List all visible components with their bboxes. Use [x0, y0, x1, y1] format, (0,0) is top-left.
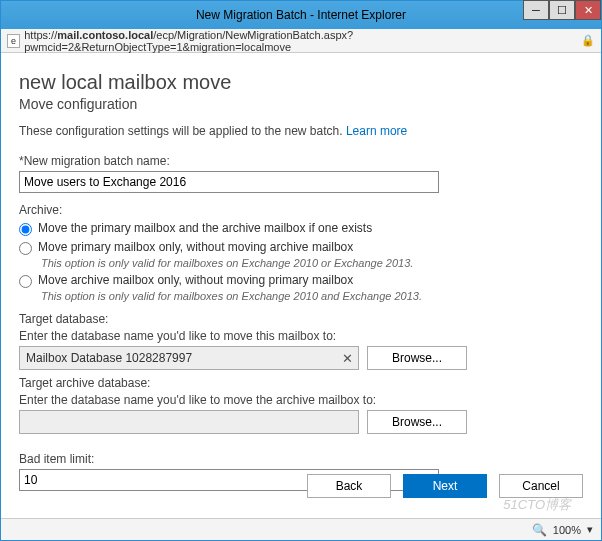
url-text: https://mail.contoso.local/ecp/Migration…: [24, 29, 581, 53]
archive-option-archive-note: This option is only valid for mailboxes …: [41, 290, 583, 302]
archive-options: Archive: Move the primary mailbox and th…: [19, 203, 583, 302]
target-db-block: Target database: Enter the database name…: [19, 312, 583, 370]
target-archive-hint: Enter the database name you'd like to mo…: [19, 393, 583, 407]
maximize-button[interactable]: ☐: [549, 0, 575, 20]
archive-radio-archive[interactable]: [19, 275, 32, 288]
archive-option-both-label: Move the primary mailbox and the archive…: [38, 221, 372, 235]
learn-more-link[interactable]: Learn more: [346, 124, 407, 138]
lock-icon: 🔒: [581, 34, 595, 47]
archive-option-primary-note: This option is only valid for mailboxes …: [41, 257, 583, 269]
archive-option-archive[interactable]: Move archive mailbox only, without movin…: [19, 273, 583, 288]
target-db-browse-button[interactable]: Browse...: [367, 346, 467, 370]
archive-option-both[interactable]: Move the primary mailbox and the archive…: [19, 221, 583, 236]
status-bar: 🔍 100% ▾: [1, 518, 601, 540]
cancel-button[interactable]: Cancel: [499, 474, 583, 498]
address-bar[interactable]: e https://mail.contoso.local/ecp/Migrati…: [1, 29, 601, 53]
target-archive-label: Target archive database:: [19, 376, 583, 390]
clear-icon[interactable]: ✕: [336, 351, 358, 366]
bad-item-label: Bad item limit:: [19, 452, 583, 466]
archive-option-primary-label: Move primary mailbox only, without movin…: [38, 240, 353, 254]
target-db-hint: Enter the database name you'd like to mo…: [19, 329, 583, 343]
wizard-nav: Back Next Cancel: [307, 474, 583, 498]
target-db-input[interactable]: Mailbox Database 1028287997 ✕: [19, 346, 359, 370]
url-scheme: https://: [24, 29, 57, 41]
content-area: new local mailbox move Move configuratio…: [1, 53, 601, 516]
page-icon: e: [7, 34, 20, 48]
batch-name-label: *New migration batch name:: [19, 154, 583, 168]
window-controls: ─ ☐ ✕: [523, 0, 601, 20]
minimize-button[interactable]: ─: [523, 0, 549, 20]
window-title: New Migration Batch - Internet Explorer: [1, 8, 601, 22]
archive-label: Archive:: [19, 203, 583, 217]
back-button[interactable]: Back: [307, 474, 391, 498]
titlebar: New Migration Batch - Internet Explorer …: [1, 1, 601, 29]
intro-text: These configuration settings will be app…: [19, 124, 583, 138]
target-db-label: Target database:: [19, 312, 583, 326]
batch-name-input[interactable]: [19, 171, 439, 193]
zoom-icon[interactable]: 🔍: [532, 523, 547, 537]
close-button[interactable]: ✕: [575, 0, 601, 20]
archive-radio-both[interactable]: [19, 223, 32, 236]
target-db-value: Mailbox Database 1028287997: [20, 351, 336, 365]
intro-sentence: These configuration settings will be app…: [19, 124, 346, 138]
target-archive-block: Target archive database: Enter the datab…: [19, 376, 583, 434]
page-heading: new local mailbox move: [19, 71, 583, 94]
archive-radio-primary[interactable]: [19, 242, 32, 255]
zoom-dropdown-icon[interactable]: ▾: [587, 523, 593, 536]
batch-name-field: *New migration batch name:: [19, 154, 583, 193]
zoom-level: 100%: [553, 524, 581, 536]
archive-option-primary[interactable]: Move primary mailbox only, without movin…: [19, 240, 583, 255]
archive-option-archive-label: Move archive mailbox only, without movin…: [38, 273, 353, 287]
target-archive-browse-button[interactable]: Browse...: [367, 410, 467, 434]
target-archive-input[interactable]: [19, 410, 359, 434]
window-frame: New Migration Batch - Internet Explorer …: [0, 0, 602, 541]
next-button[interactable]: Next: [403, 474, 487, 498]
url-host: mail.contoso.local: [57, 29, 153, 41]
page-subheading: Move configuration: [19, 96, 583, 112]
